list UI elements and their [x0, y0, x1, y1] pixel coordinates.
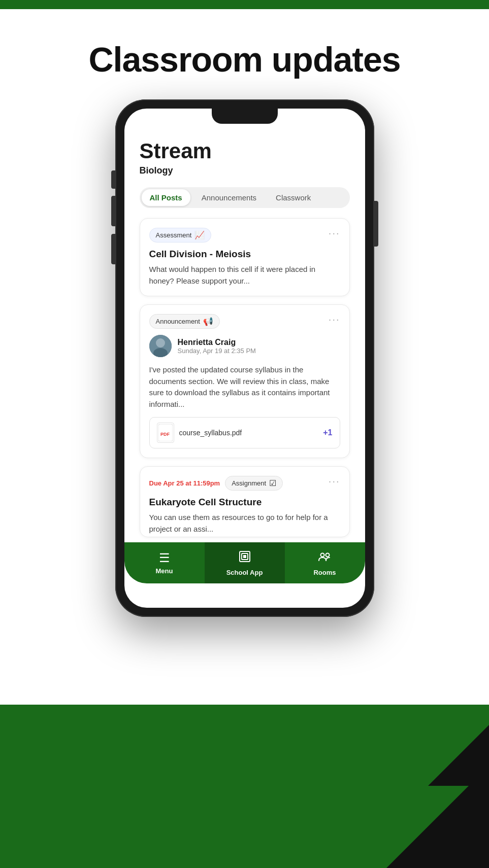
card-assignment: Due Apr 25 at 11:59pm Assignment ☑ ··· E…	[140, 466, 350, 537]
svg-point-1	[156, 338, 165, 348]
tabs-container: All Posts Announcements Classwork	[140, 187, 350, 208]
bottom-nav: ☰ Menu School App	[124, 542, 365, 583]
svg-point-9	[325, 553, 329, 557]
attachment-plus-count: +1	[323, 428, 332, 437]
school-app-icon	[238, 549, 252, 567]
author-avatar	[149, 335, 172, 357]
author-info: Henrietta Craig Sunday, Apr 19 at 2:35 P…	[178, 338, 256, 355]
nav-menu[interactable]: ☰ Menu	[124, 542, 205, 583]
author-row: Henrietta Craig Sunday, Apr 19 at 2:35 P…	[149, 335, 340, 357]
phone-power-button	[374, 201, 378, 247]
assignment-icon: ☑	[269, 478, 276, 488]
assignment-header-left: Due Apr 25 at 11:59pm Assignment ☑	[149, 476, 283, 491]
phone-volume-up	[111, 196, 115, 226]
nav-rooms[interactable]: Rooms	[285, 542, 365, 583]
avatar-image	[149, 335, 172, 357]
assessment-card-title: Cell Division - Meiosis	[149, 249, 340, 260]
card-assessment-header: Assessment 📈 ···	[149, 228, 340, 242]
assignment-badge-label: Assignment	[232, 479, 266, 487]
phone-wrapper: Stream Biology All Posts Announcements C…	[0, 99, 489, 637]
assignment-badge: Assignment ☑	[225, 476, 283, 491]
phone-volume-down	[111, 234, 115, 264]
nav-menu-label: Menu	[156, 567, 173, 575]
menu-icon: ☰	[159, 551, 170, 565]
announcement-icon: 📢	[203, 317, 213, 326]
svg-text:PDF: PDF	[160, 432, 170, 437]
page-background: Classroom updates Stream Biology All Pos…	[0, 9, 489, 868]
stream-subtitle: Biology	[140, 165, 350, 176]
phone-device: Stream Biology All Posts Announcements C…	[115, 99, 374, 617]
card-announcement: Announcement 📢 ···	[140, 304, 350, 458]
assessment-badge: Assessment 📈	[149, 228, 212, 242]
assessment-icon: 📈	[194, 230, 205, 240]
svg-rect-7	[243, 555, 246, 558]
nav-rooms-label: Rooms	[313, 569, 336, 576]
assessment-card-body: What would happen to this cell if it wer…	[149, 264, 340, 287]
due-date-label: Due Apr 25 at 11:59pm	[149, 479, 220, 487]
card-assignment-header: Due Apr 25 at 11:59pm Assignment ☑ ···	[149, 476, 340, 491]
nav-school-app[interactable]: School App	[205, 542, 285, 583]
tab-announcements[interactable]: Announcements	[193, 189, 265, 206]
stream-title: Stream	[140, 139, 350, 163]
svg-point-8	[320, 553, 324, 557]
top-bar	[0, 0, 489, 9]
nav-school-app-label: School App	[226, 569, 263, 576]
announcement-badge-label: Announcement	[156, 318, 200, 325]
announcement-badge: Announcement 📢	[149, 314, 220, 329]
pdf-icon: PDF	[157, 423, 174, 443]
card-announcement-header: Announcement 📢 ···	[149, 314, 340, 329]
assignment-more-button[interactable]: ···	[329, 476, 340, 486]
rooms-icon	[318, 549, 332, 567]
assessment-more-button[interactable]: ···	[329, 228, 340, 238]
author-date: Sunday, Apr 19 at 2:35 PM	[178, 347, 256, 355]
assignment-card-body: You can use them as resources to go to f…	[149, 512, 340, 535]
attachment-filename: course_syllabus.pdf	[179, 429, 318, 437]
attachment-row[interactable]: PDF course_syllabus.pdf +1	[149, 417, 340, 448]
announcement-card-body: I've posted the updated course syllabus …	[149, 364, 340, 410]
assignment-card-title: Eukaryote Cell Structure	[149, 497, 340, 508]
tab-all-posts[interactable]: All Posts	[142, 189, 190, 206]
announcement-more-button[interactable]: ···	[329, 314, 340, 324]
phone-screen: Stream Biology All Posts Announcements C…	[124, 109, 365, 608]
assessment-badge-label: Assessment	[156, 231, 192, 239]
phone-notch	[212, 109, 278, 124]
phone-volume-mute	[111, 170, 115, 189]
page-title: Classroom updates	[0, 9, 489, 99]
tab-classwork[interactable]: Classwork	[268, 189, 319, 206]
author-name: Henrietta Craig	[178, 338, 256, 347]
card-assessment: Assessment 📈 ··· Cell Division - Meiosis…	[140, 218, 350, 296]
screen-content: Stream Biology All Posts Announcements C…	[124, 109, 365, 537]
